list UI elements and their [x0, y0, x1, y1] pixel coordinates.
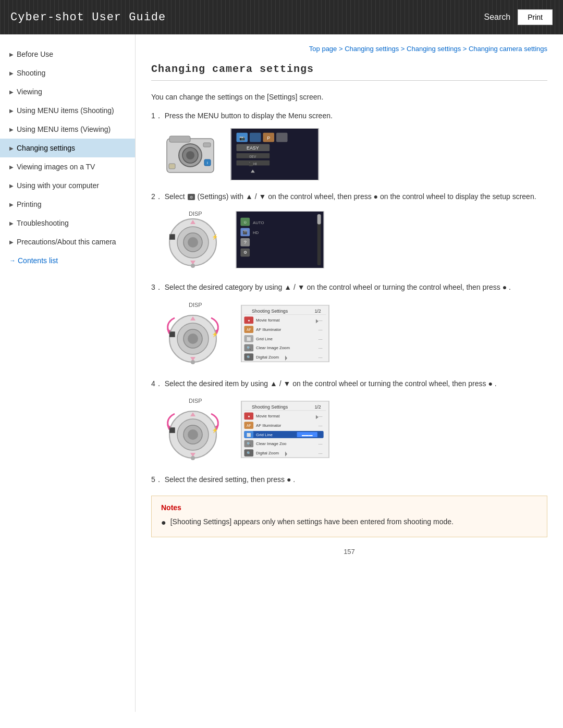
svg-text:1/2: 1/2 [314, 308, 321, 313]
svg-point-34 [191, 264, 195, 268]
arrow-icon: ▶ [9, 183, 14, 189]
svg-text:●: ● [248, 318, 250, 322]
step-3-image: DISP ⬛ ⚡ [162, 300, 547, 367]
step-5-text: 5． Select the desired setting, then pres… [151, 474, 547, 485]
svg-text:Clear Image Zoo: Clear Image Zoo [256, 441, 287, 446]
svg-text:AUTO: AUTO [253, 220, 264, 225]
print-button[interactable]: Print [518, 9, 553, 25]
sidebar-item-printing[interactable]: ▶ Printing [0, 195, 135, 214]
sidebar-item-menu-shooting[interactable]: ▶ Using MENU items (Shooting) [0, 101, 135, 120]
step-3-number: 3． [151, 283, 163, 291]
sidebar-item-viewing-tv[interactable]: ▶ Viewing images on a TV [0, 157, 135, 176]
sidebar-item-precautions[interactable]: ▶ Precautions/About this camera [0, 232, 135, 251]
step-1-number: 1． [151, 112, 163, 120]
svg-point-97 [191, 456, 195, 460]
svg-point-29 [188, 237, 198, 248]
svg-text:0EV: 0EV [249, 155, 256, 158]
svg-rect-8 [203, 143, 211, 147]
svg-text:AF Illuminator: AF Illuminator [256, 327, 282, 332]
step-2-text: 2． Select ⚙ (Settings) with ▲ / ▼ on the… [151, 191, 547, 202]
step-2-number: 2． [151, 192, 163, 201]
page-title: Changing camera settings [151, 63, 547, 81]
arrow-icon: ▶ [9, 70, 14, 76]
svg-text:DISP: DISP [189, 211, 202, 217]
svg-text:1/2: 1/2 [314, 404, 321, 410]
svg-text:HD: HD [253, 230, 259, 235]
shooting-settings-screen-4: Shooting Settings 1/2 ● Movie format ---… [241, 401, 329, 458]
svg-text:⬜: ⬜ [247, 336, 251, 341]
content-area: Top page > Changing settings > Changing … [136, 34, 563, 712]
step-3-text: 3． Select the desired category by using … [151, 281, 547, 293]
svg-text:⚡: ⚡ [212, 233, 218, 240]
svg-text:i: i [207, 161, 208, 165]
sidebar-item-shooting[interactable]: ▶ Shooting [0, 64, 135, 82]
camera-illustration-1: i [162, 128, 224, 180]
svg-text:Grid Line: Grid Line [256, 433, 273, 437]
sidebar: ▶ Before Use ▶ Shooting ▶ Viewing ▶ Usin… [0, 34, 136, 712]
svg-rect-15 [276, 133, 288, 142]
svg-text:---: --- [319, 414, 323, 418]
svg-text:Shooting Settings: Shooting Settings [252, 404, 288, 410]
step-2-image: DISP ⬛ ⚡ [162, 208, 547, 271]
arrow-icon: ▶ [9, 164, 14, 170]
sidebar-item-menu-viewing[interactable]: ▶ Using MENU items (Viewing) [0, 120, 135, 139]
arrow-right-icon: → [9, 257, 16, 264]
arrow-icon: ▶ [9, 89, 14, 95]
svg-text:📷: 📷 [239, 134, 246, 141]
svg-text:⬜: ⬜ [247, 433, 251, 437]
page-number: 157 [151, 548, 547, 566]
svg-text:🔍: 🔍 [247, 451, 251, 455]
step-5-number: 5． [151, 475, 163, 484]
svg-text:●: ● [248, 414, 250, 418]
shooting-settings-screen-3: Shooting Settings 1/2 ● Movie format ---… [241, 305, 329, 362]
svg-text:---: --- [319, 355, 323, 360]
svg-text:🎬: 🎬 [242, 229, 248, 235]
svg-text:🔍: 🔍 [247, 441, 251, 446]
svg-text:EASY: EASY [247, 145, 259, 151]
svg-point-59 [191, 360, 195, 364]
step-1-image: i 📷 P EASY 0EV ⬛HI [162, 128, 547, 180]
svg-text:☺: ☺ [243, 220, 247, 225]
svg-text:P: P [267, 135, 270, 140]
svg-rect-98 [242, 401, 329, 458]
notes-title: Notes [161, 503, 537, 512]
svg-point-54 [188, 334, 198, 344]
sidebar-item-before-use[interactable]: ▶ Before Use [0, 45, 135, 64]
search-label[interactable]: Search [484, 13, 511, 22]
svg-text:AF: AF [247, 424, 251, 427]
svg-point-92 [188, 429, 198, 440]
sidebar-item-troubleshooting[interactable]: ▶ Troubleshooting [0, 214, 135, 232]
svg-text:Grid Line: Grid Line [256, 336, 273, 341]
svg-text:---: --- [319, 451, 323, 455]
app-title: Cyber-shot User Guide [10, 11, 166, 24]
svg-text:⬛: ⬛ [169, 233, 176, 240]
svg-text:---: --- [319, 346, 323, 350]
arrow-icon: ▶ [9, 127, 14, 132]
breadcrumb: Top page > Changing settings > Changing … [151, 45, 547, 53]
control-wheel-4: DISP ⬛ ⚡ [162, 396, 235, 463]
sidebar-item-changing-settings[interactable]: ▶ Changing settings [0, 139, 135, 157]
settings-icon: ⚙ [187, 193, 195, 201]
svg-text:Shooting Settings: Shooting Settings [252, 308, 288, 313]
arrow-icon: ▶ [9, 220, 14, 226]
menu-screen-1: 📷 P EASY 0EV ⬛HI [230, 128, 319, 180]
svg-text:AF Illuminator: AF Illuminator [256, 423, 282, 428]
svg-text:DISP: DISP [189, 302, 202, 308]
svg-rect-5 [169, 164, 175, 169]
arrow-icon: ▶ [9, 108, 14, 114]
setup-screen-2: ☺ AUTO 🎬 HD ? ⚙ [236, 211, 324, 268]
svg-text:DISP: DISP [189, 398, 202, 404]
header: Cyber-shot User Guide Search Print [0, 0, 563, 34]
svg-text:Movie format: Movie format [256, 318, 280, 323]
svg-text:Digital Zoom: Digital Zoom [256, 355, 279, 360]
contents-list-link[interactable]: → Contents list [0, 251, 135, 270]
arrow-icon: ▶ [9, 52, 14, 57]
svg-text:🔍: 🔍 [247, 355, 251, 360]
intro-text: You can change the settings on the [Sett… [151, 91, 547, 103]
svg-text:🔍: 🔍 [247, 346, 251, 350]
sidebar-item-viewing[interactable]: ▶ Viewing [0, 82, 135, 101]
sidebar-item-using-computer[interactable]: ▶ Using with your computer [0, 176, 135, 195]
svg-rect-60 [242, 305, 329, 362]
svg-text:?: ? [244, 239, 247, 245]
svg-text:⬛: ⬛ [169, 331, 176, 338]
